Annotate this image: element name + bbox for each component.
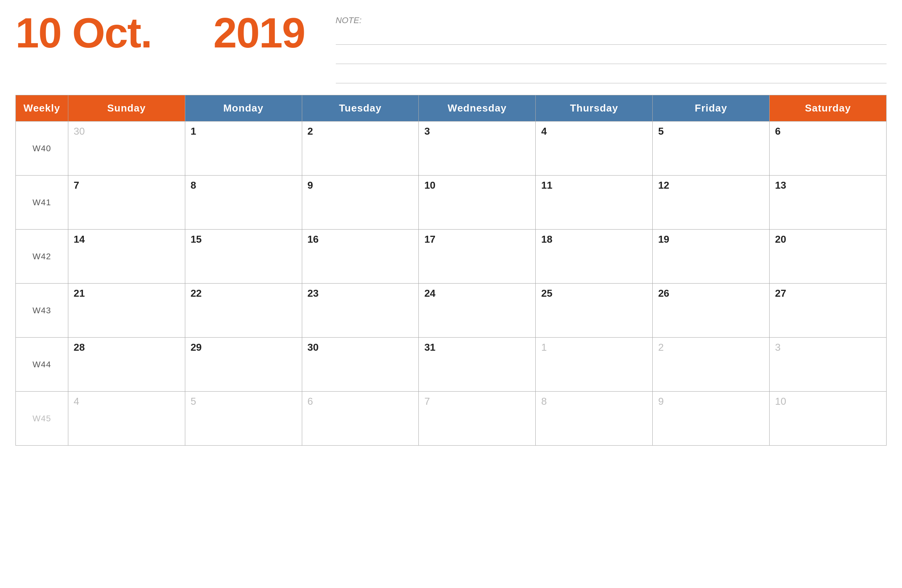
calendar-row: W4214151617181920 xyxy=(16,230,887,284)
day-cell[interactable]: 6 xyxy=(770,122,887,176)
day-cell[interactable]: 17 xyxy=(419,230,536,284)
day-cell[interactable]: 10 xyxy=(419,176,536,230)
month-date: 10 Oct. xyxy=(15,12,152,54)
day-cell[interactable]: 19 xyxy=(653,230,770,284)
day-cell[interactable]: 29 xyxy=(185,338,302,392)
day-cell[interactable]: 9 xyxy=(653,392,770,446)
day-cell[interactable]: 16 xyxy=(302,230,419,284)
header-saturday: Saturday xyxy=(770,95,887,122)
note-label: NOTE: xyxy=(336,15,887,25)
day-cell[interactable]: 28 xyxy=(68,338,185,392)
day-cell[interactable]: 30 xyxy=(68,122,185,176)
day-cell[interactable]: 31 xyxy=(419,338,536,392)
note-section: NOTE: xyxy=(336,12,887,83)
calendar-row: W4428293031123 xyxy=(16,338,887,392)
calendar-table: Weekly Sunday Monday Tuesday Wednesday T… xyxy=(15,95,887,446)
day-cell[interactable]: 23 xyxy=(302,284,419,338)
calendar-row: W4545678910 xyxy=(16,392,887,446)
week-label-w43: W43 xyxy=(16,284,68,338)
day-cell[interactable]: 7 xyxy=(419,392,536,446)
day-cell[interactable]: 9 xyxy=(302,176,419,230)
header-friday: Friday xyxy=(653,95,770,122)
week-label-w41: W41 xyxy=(16,176,68,230)
day-cell[interactable]: 1 xyxy=(536,338,653,392)
year-label: 2019 xyxy=(213,12,305,54)
day-cell[interactable]: 14 xyxy=(68,230,185,284)
day-cell[interactable]: 3 xyxy=(419,122,536,176)
calendar-row: W4178910111213 xyxy=(16,176,887,230)
day-cell[interactable]: 20 xyxy=(770,230,887,284)
day-cell[interactable]: 30 xyxy=(302,338,419,392)
day-cell[interactable]: 7 xyxy=(68,176,185,230)
day-cell[interactable]: 13 xyxy=(770,176,887,230)
header-tuesday: Tuesday xyxy=(302,95,419,122)
day-cell[interactable]: 4 xyxy=(68,392,185,446)
note-line-2[interactable] xyxy=(336,52,887,64)
day-cell[interactable]: 15 xyxy=(185,230,302,284)
calendar-row: W4321222324252627 xyxy=(16,284,887,338)
day-cell[interactable]: 25 xyxy=(536,284,653,338)
day-cell[interactable]: 24 xyxy=(419,284,536,338)
day-cell[interactable]: 18 xyxy=(536,230,653,284)
page-header: 10 Oct. 2019 NOTE: xyxy=(15,12,887,83)
header-monday: Monday xyxy=(185,95,302,122)
week-label-w40: W40 xyxy=(16,122,68,176)
day-cell[interactable]: 1 xyxy=(185,122,302,176)
day-cell[interactable]: 2 xyxy=(653,338,770,392)
day-cell[interactable]: 5 xyxy=(185,392,302,446)
day-cell[interactable]: 22 xyxy=(185,284,302,338)
day-cell[interactable]: 6 xyxy=(302,392,419,446)
day-cell[interactable]: 10 xyxy=(770,392,887,446)
day-cell[interactable]: 8 xyxy=(536,392,653,446)
note-line-1[interactable] xyxy=(336,32,887,45)
day-cell[interactable]: 11 xyxy=(536,176,653,230)
day-cell[interactable]: 8 xyxy=(185,176,302,230)
day-cell[interactable]: 26 xyxy=(653,284,770,338)
day-cell[interactable]: 5 xyxy=(653,122,770,176)
week-label-w45: W45 xyxy=(16,392,68,446)
note-line-3[interactable] xyxy=(336,71,887,83)
day-cell[interactable]: 2 xyxy=(302,122,419,176)
header-date-group: 10 Oct. 2019 xyxy=(15,12,305,54)
note-lines xyxy=(336,32,887,83)
header-weekly: Weekly xyxy=(16,95,68,122)
day-cell[interactable]: 4 xyxy=(536,122,653,176)
day-cell[interactable]: 3 xyxy=(770,338,887,392)
header-thursday: Thursday xyxy=(536,95,653,122)
week-label-w44: W44 xyxy=(16,338,68,392)
calendar-row: W4030123456 xyxy=(16,122,887,176)
week-label-w42: W42 xyxy=(16,230,68,284)
calendar-header-row: Weekly Sunday Monday Tuesday Wednesday T… xyxy=(16,95,887,122)
day-cell[interactable]: 12 xyxy=(653,176,770,230)
day-cell[interactable]: 27 xyxy=(770,284,887,338)
header-wednesday: Wednesday xyxy=(419,95,536,122)
header-sunday: Sunday xyxy=(68,95,185,122)
day-cell[interactable]: 21 xyxy=(68,284,185,338)
